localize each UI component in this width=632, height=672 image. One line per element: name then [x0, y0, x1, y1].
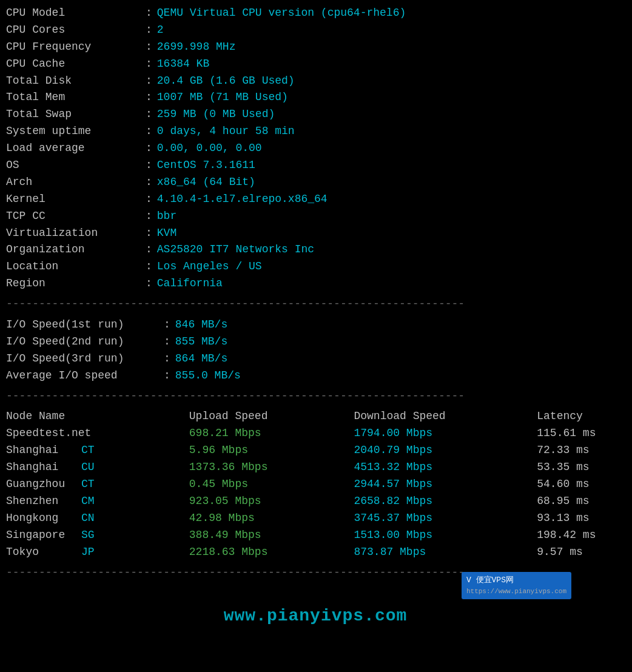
header-upload: Upload Speed	[189, 408, 354, 425]
network-download-cell: 3745.37 Mbps	[354, 510, 537, 527]
network-node-cell: Speedtest.net	[6, 425, 189, 442]
network-upload-cell: 698.21 Mbps	[189, 425, 354, 442]
network-row: TokyoJP2218.63 Mbps873.87 Mbps9.57 ms	[6, 544, 626, 561]
kernel-row: Kernel : 4.10.4-1.el7.elrepo.x86_64	[6, 191, 626, 208]
virt-colon: :	[146, 225, 152, 242]
network-row: SingaporeSG388.49 Mbps1513.00 Mbps198.42…	[6, 527, 626, 544]
cpu-cache-colon: :	[146, 56, 152, 73]
tcp-cc-row: TCP CC : bbr	[6, 208, 626, 225]
network-node-cell: ShanghaiCT	[6, 442, 189, 459]
load-avg-label: Load average	[6, 140, 146, 157]
kernel-value: 4.10.4-1.el7.elrepo.x86_64	[157, 191, 328, 208]
total-swap-value: 259 MB (0 MB Used)	[157, 106, 275, 123]
total-swap-label: Total Swap	[6, 106, 146, 123]
header-latency: Latency	[537, 408, 626, 425]
network-row: GuangzhouCT0.45 Mbps2944.57 Mbps54.60 ms	[6, 476, 626, 493]
network-latency-cell: 93.13 ms	[537, 510, 626, 527]
total-mem-colon: :	[146, 89, 152, 106]
org-label: Organization	[6, 241, 146, 258]
network-node-cell: SingaporeSG	[6, 527, 189, 544]
uptime-value: 0 days, 4 hour 58 min	[157, 123, 295, 140]
tcp-cc-label: TCP CC	[6, 208, 146, 225]
cpu-cores-colon: :	[146, 22, 152, 39]
network-latency-cell: 9.57 ms	[537, 544, 626, 561]
network-latency-cell: 115.61 ms	[537, 425, 626, 442]
org-value: AS25820 IT7 Networks Inc	[157, 241, 314, 258]
cpu-model-value: QEMU Virtual CPU version (cpu64-rhel6)	[157, 5, 406, 22]
io-avg-row: Average I/O speed : 855.0 MB/s	[6, 368, 626, 385]
os-value: CentOS 7.3.1611	[157, 157, 255, 174]
total-disk-label: Total Disk	[6, 73, 146, 90]
network-latency-cell: 72.33 ms	[537, 442, 626, 459]
network-download-cell: 4513.32 Mbps	[354, 459, 537, 476]
network-latency-cell: 68.95 ms	[537, 493, 626, 510]
network-node-cell: HongkongCN	[6, 510, 189, 527]
location-label: Location	[6, 258, 146, 275]
total-mem-value: 1007 MB (71 MB Used)	[157, 89, 288, 106]
cpu-cores-value: 2	[157, 22, 164, 39]
network-table: Node Name Upload Speed Download Speed La…	[6, 408, 626, 560]
cpu-cache-value: 16384 KB	[157, 56, 209, 73]
io-run3-colon: :	[164, 351, 170, 368]
io-run1-value: 846 MB/s	[175, 317, 227, 334]
io-run3-value: 864 MB/s	[175, 351, 227, 368]
network-node-cell: TokyoJP	[6, 544, 189, 561]
network-upload-cell: 42.98 Mbps	[189, 510, 354, 527]
io-run2-value: 855 MB/s	[175, 334, 227, 351]
io-run3-label: I/O Speed(3rd run)	[6, 351, 164, 368]
total-mem-label: Total Mem	[6, 89, 146, 106]
total-disk-row: Total Disk : 20.4 GB (1.6 GB Used)	[6, 73, 626, 90]
network-download-cell: 873.87 Mbps	[354, 544, 537, 561]
network-row: ShanghaiCT5.96 Mbps2040.79 Mbps72.33 ms	[6, 442, 626, 459]
badge-url: https://www.pianyivps.com	[466, 586, 566, 597]
cpu-freq-value: 2699.998 MHz	[157, 39, 236, 56]
network-download-cell: 2944.57 Mbps	[354, 476, 537, 493]
network-upload-cell: 388.49 Mbps	[189, 527, 354, 544]
badge-title: V 便宜VPS网	[466, 574, 566, 586]
cpu-cores-label: CPU Cores	[6, 22, 146, 39]
network-upload-cell: 1373.36 Mbps	[189, 459, 354, 476]
org-colon: :	[146, 241, 152, 258]
cpu-freq-label: CPU Frequency	[6, 39, 146, 56]
io-run1-label: I/O Speed(1st run)	[6, 317, 164, 334]
arch-row: Arch : x86_64 (64 Bit)	[6, 174, 626, 191]
io-run1-colon: :	[164, 317, 170, 334]
org-row: Organization : AS25820 IT7 Networks Inc	[6, 241, 626, 258]
network-upload-cell: 2218.63 Mbps	[189, 544, 354, 561]
total-swap-colon: :	[146, 106, 152, 123]
divider-1: ----------------------------------------…	[6, 296, 626, 313]
network-row: Speedtest.net698.21 Mbps1794.00 Mbps115.…	[6, 425, 626, 442]
uptime-row: System uptime : 0 days, 4 hour 58 min	[6, 123, 626, 140]
virt-value: KVM	[157, 225, 176, 242]
network-download-cell: 1513.00 Mbps	[354, 527, 537, 544]
watermark-text: www.pianyivps.com	[182, 603, 449, 629]
divider-2: ----------------------------------------…	[6, 388, 626, 405]
cpu-cache-row: CPU Cache : 16384 KB	[6, 56, 626, 73]
cpu-freq-row: CPU Frequency : 2699.998 MHz	[6, 39, 626, 56]
network-node-cell: ShanghaiCU	[6, 459, 189, 476]
network-row: HongkongCN42.98 Mbps3745.37 Mbps93.13 ms	[6, 510, 626, 527]
system-info-section: CPU Model : QEMU Virtual CPU version (cp…	[6, 5, 626, 292]
load-avg-value: 0.00, 0.00, 0.00	[157, 140, 262, 157]
virt-row: Virtualization : KVM	[6, 225, 626, 242]
total-mem-row: Total Mem : 1007 MB (71 MB Used)	[6, 89, 626, 106]
network-latency-cell: 53.35 ms	[537, 459, 626, 476]
location-row: Location : Los Angeles / US	[6, 258, 626, 275]
load-avg-row: Load average : 0.00, 0.00, 0.00	[6, 140, 626, 157]
cpu-model-row: CPU Model : QEMU Virtual CPU version (cp…	[6, 5, 626, 22]
io-avg-colon: :	[164, 368, 170, 385]
network-row: ShanghaiCU1373.36 Mbps4513.32 Mbps53.35 …	[6, 459, 626, 476]
io-run1-row: I/O Speed(1st run) : 846 MB/s	[6, 317, 626, 334]
io-run2-label: I/O Speed(2nd run)	[6, 334, 164, 351]
network-header-row: Node Name Upload Speed Download Speed La…	[6, 408, 626, 425]
arch-label: Arch	[6, 174, 146, 191]
uptime-label: System uptime	[6, 123, 146, 140]
network-upload-cell: 0.45 Mbps	[189, 476, 354, 493]
region-row: Region : California www.pianyivps.com	[6, 275, 626, 292]
badge-overlay: V 便宜VPS网 https://www.pianyivps.com	[462, 572, 571, 599]
network-row: ShenzhenCM923.05 Mbps2658.82 Mbps68.95 m…	[6, 493, 626, 510]
io-avg-value: 855.0 MB/s	[175, 368, 241, 385]
kernel-label: Kernel	[6, 191, 146, 208]
io-run2-row: I/O Speed(2nd run) : 855 MB/s	[6, 334, 626, 351]
arch-colon: :	[146, 174, 152, 191]
